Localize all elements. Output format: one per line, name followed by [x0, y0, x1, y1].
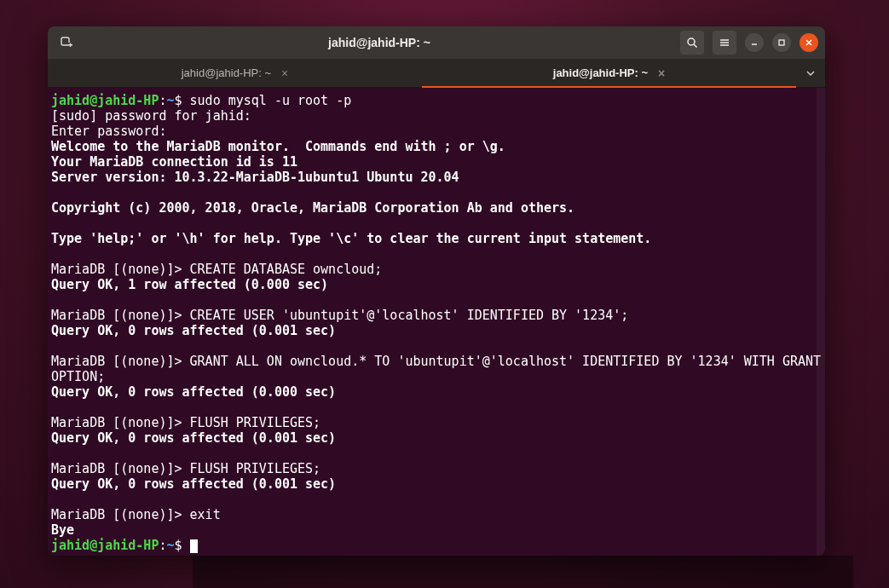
minimize-icon [750, 38, 759, 47]
terminal-line: Query OK, 0 rows affected (0.001 sec) [51, 323, 336, 338]
terminal-line: Query OK, 0 rows affected (0.001 sec) [51, 476, 336, 492]
tab-label: jahid@jahid-HP: ~ [182, 66, 271, 79]
minimize-button[interactable] [745, 33, 764, 52]
maximize-button[interactable] [772, 33, 791, 52]
titlebar: jahid@jahid-HP: ~ [48, 26, 825, 59]
maximize-icon [777, 38, 786, 47]
terminal-line: Query OK, 0 rows affected (0.000 sec) [51, 384, 336, 400]
new-tab-button[interactable] [55, 31, 78, 55]
terminal-line: MariaDB [(none)]> FLUSH PRIVILEGES; [51, 415, 320, 430]
prompt-suffix: $ [175, 93, 182, 108]
terminal-line: MariaDB [(none)]> exit [51, 507, 221, 522]
terminal-line: Bye [51, 522, 74, 538]
prompt-path: ~ [166, 93, 174, 108]
terminal-line: Type 'help;' or '\h' for help. Type '\c'… [51, 231, 651, 246]
scrollbar[interactable] [817, 88, 825, 556]
terminal-line: Enter password: [51, 124, 166, 139]
prompt-path: ~ [166, 538, 174, 553]
svg-line-5 [694, 44, 697, 48]
terminal-window: jahid@jahid-HP: ~ [48, 26, 825, 556]
terminal-line: Query OK, 0 rows affected (0.001 sec) [51, 430, 336, 446]
terminal-line: Welcome to the MariaDB monitor. Commands… [51, 139, 505, 154]
terminal-line: Copyright (c) 2000, 2018, Oracle, MariaD… [51, 200, 574, 216]
terminal-line: MariaDB [(none)]> CREATE USER 'ubuntupit… [51, 308, 628, 323]
terminal-line: MariaDB [(none)]> CREATE DATABASE ownclo… [51, 262, 382, 277]
cursor [190, 539, 198, 553]
prompt-user-host: jahid@jahid-HP [51, 538, 159, 553]
close-icon [805, 38, 813, 47]
search-button[interactable] [680, 31, 704, 55]
titlebar-right [680, 31, 818, 55]
terminal-line: Your MariaDB connection id is 11 [51, 154, 297, 170]
prompt-suffix: $ [175, 538, 182, 553]
tab-2[interactable]: jahid@jahid-HP: ~ × [422, 59, 796, 87]
terminal-line: [sudo] password for jahid: [51, 108, 251, 124]
desktop-dock-shadow [193, 556, 853, 588]
menu-button[interactable] [713, 31, 736, 55]
prompt-user-host: jahid@jahid-HP [51, 93, 159, 108]
terminal-line: sudo mysql -u root -p [182, 93, 352, 108]
terminal-content[interactable]: jahid@jahid-HP:~$ sudo mysql -u root -p … [48, 88, 825, 556]
window-title: jahid@jahid-HP: ~ [84, 36, 675, 49]
search-icon [686, 37, 698, 49]
close-button[interactable] [800, 33, 818, 52]
tab-label: jahid@jahid-HP: ~ [553, 66, 648, 79]
svg-point-4 [688, 38, 695, 45]
tab-bar: jahid@jahid-HP: ~ × jahid@jahid-HP: ~ × [48, 59, 825, 88]
terminal-line: MariaDB [(none)]> FLUSH PRIVILEGES; [51, 461, 320, 476]
tab-close-icon[interactable]: × [658, 66, 665, 80]
new-tab-icon [60, 36, 73, 49]
tab-dropdown-button[interactable] [796, 59, 825, 87]
svg-rect-10 [779, 40, 784, 45]
svg-rect-0 [61, 37, 69, 45]
chevron-down-icon [806, 69, 815, 78]
terminal-line: MariaDB [(none)]> GRANT ALL ON owncloud.… [51, 354, 825, 384]
tab-close-icon[interactable]: × [281, 66, 288, 80]
hamburger-icon [719, 37, 730, 49]
tab-1[interactable]: jahid@jahid-HP: ~ × [48, 59, 422, 87]
terminal-line: Server version: 10.3.22-MariaDB-1ubuntu1… [51, 170, 459, 185]
terminal-line: Query OK, 1 row affected (0.000 sec) [51, 277, 328, 292]
